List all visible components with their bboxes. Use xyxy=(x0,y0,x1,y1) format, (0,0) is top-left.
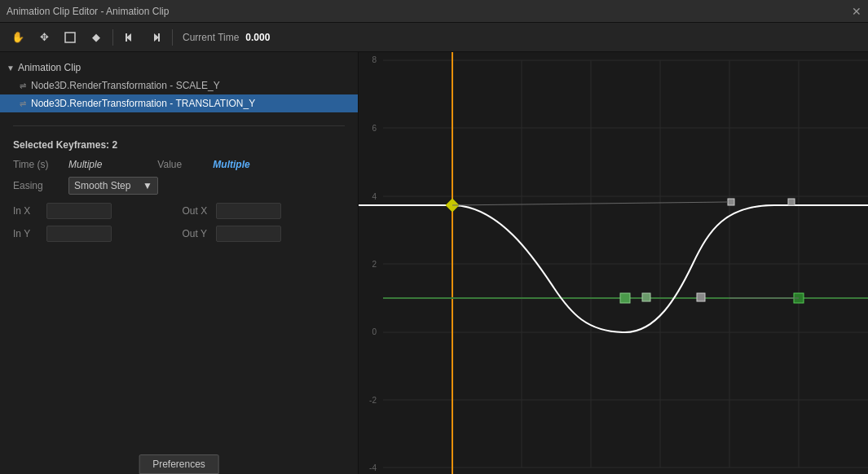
hand-tool-button[interactable]: ✋ xyxy=(7,26,29,49)
key-tool-button[interactable]: ◆ xyxy=(85,26,108,49)
svg-rect-37 xyxy=(728,199,734,205)
in-x-field[interactable] xyxy=(46,203,112,219)
title-bar: Animation Clip Editor - Animation Clip ✕ xyxy=(0,0,868,23)
easing-select[interactable]: Smooth Step ▼ xyxy=(68,177,158,195)
current-time-label: Current Time xyxy=(183,32,239,43)
out-y-field[interactable] xyxy=(216,226,281,242)
easing-label: Easing xyxy=(13,180,62,191)
selected-keyframes-title: Selected Keyframes: 2 xyxy=(13,139,345,151)
toolbar-separator-2 xyxy=(172,29,173,46)
preferences-button[interactable]: Preferences xyxy=(139,454,219,474)
keyframe-properties: Selected Keyframes: 2 Time (s) Multiple … xyxy=(0,133,358,248)
svg-rect-39 xyxy=(620,293,630,303)
svg-text:0: 0 xyxy=(372,327,377,336)
svg-text:6: 6 xyxy=(372,124,377,133)
current-time-value: 0.000 xyxy=(245,32,270,43)
svg-rect-38 xyxy=(788,199,795,205)
tree-item-label-scale-y: Node3D.RenderTransformation - SCALE_Y xyxy=(31,80,220,91)
tree-root-label: Animation Clip xyxy=(18,62,81,73)
close-button[interactable]: ✕ xyxy=(852,5,861,18)
tree-item-label-translation-y: Node3D.RenderTransformation - TRANSLATIO… xyxy=(31,98,255,109)
svg-text:-4: -4 xyxy=(369,463,377,472)
svg-rect-41 xyxy=(697,293,705,301)
out-x-item: Out X xyxy=(183,203,346,219)
svg-text:8: 8 xyxy=(372,55,377,64)
tree-item-scale-y[interactable]: ⇌ Node3D.RenderTransformation - SCALE_Y xyxy=(0,77,358,94)
svg-text:2: 2 xyxy=(372,260,377,269)
out-x-field[interactable] xyxy=(216,203,281,219)
tree-arrow-icon: ▼ xyxy=(7,64,15,72)
out-x-label: Out X xyxy=(183,205,211,217)
svg-text:4: 4 xyxy=(372,192,377,201)
in-y-field[interactable] xyxy=(46,226,112,242)
toolbar: ✋ ✥ ◆ Current Time 0.000 xyxy=(0,23,868,52)
graph-panel[interactable]: 8 6 4 2 0 -2 -4 -0.2 0 0.2 0.4 0.6 0.8 1… xyxy=(359,52,868,474)
svg-text:-2: -2 xyxy=(369,396,377,405)
track-icon-scale-y: ⇌ xyxy=(20,81,26,90)
svg-rect-5 xyxy=(359,52,868,474)
in-y-label: In Y xyxy=(13,228,42,239)
move-tool-button[interactable]: ✥ xyxy=(33,26,55,49)
left-panel: ▼ Animation Clip ⇌ Node3D.RenderTransfor… xyxy=(0,52,359,474)
track-icon-translation-y: ⇌ xyxy=(20,99,26,108)
svg-rect-40 xyxy=(642,293,650,301)
tree-root-animation-clip[interactable]: ▼ Animation Clip xyxy=(0,59,358,77)
svg-rect-2 xyxy=(126,33,127,42)
graph-canvas: 8 6 4 2 0 -2 -4 -0.2 0 0.2 0.4 0.6 0.8 1… xyxy=(359,52,868,474)
time-value: Multiple xyxy=(68,159,102,170)
window-title: Animation Clip Editor - Animation Clip xyxy=(7,6,169,17)
time-label: Time (s) xyxy=(13,159,62,170)
tree-item-translation-y[interactable]: ⇌ Node3D.RenderTransformation - TRANSLAT… xyxy=(0,94,358,112)
easing-dropdown-icon: ▼ xyxy=(143,180,152,191)
toolbar-separator-1 xyxy=(112,29,113,46)
value-value: Multiple xyxy=(213,159,249,170)
easing-row: Easing Smooth Step ▼ xyxy=(13,177,345,195)
in-x-item: In X xyxy=(13,203,176,219)
panel-divider-1 xyxy=(13,125,345,126)
inout-grid: In X Out X In Y Out Y xyxy=(13,203,345,242)
out-y-item: Out Y xyxy=(183,226,346,242)
in-x-label: In X xyxy=(13,205,42,217)
prev-key-button[interactable] xyxy=(118,26,141,49)
easing-value: Smooth Step xyxy=(74,180,130,191)
out-y-label: Out Y xyxy=(183,228,211,239)
in-y-item: In Y xyxy=(13,226,176,242)
value-label: Value xyxy=(157,159,206,170)
next-key-button[interactable] xyxy=(144,26,167,49)
tree-section: ▼ Animation Clip ⇌ Node3D.RenderTransfor… xyxy=(0,52,358,119)
main-content: ▼ Animation Clip ⇌ Node3D.RenderTransfor… xyxy=(0,52,868,474)
frame-tool-button[interactable] xyxy=(59,26,82,49)
svg-rect-4 xyxy=(158,33,160,42)
time-value-row: Time (s) Multiple Value Multiple xyxy=(13,159,345,170)
svg-rect-0 xyxy=(65,33,75,42)
